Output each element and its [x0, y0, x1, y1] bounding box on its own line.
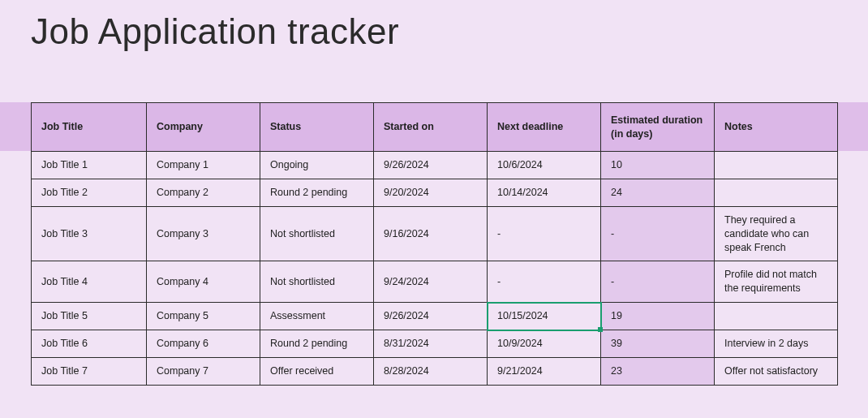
cell-company[interactable]: Company 4: [147, 261, 260, 303]
cell-title[interactable]: Job Title 5: [32, 303, 147, 330]
table-row: Job Title 7Company 7Offer received8/28/2…: [32, 357, 838, 385]
cell-started[interactable]: 9/20/2024: [374, 179, 488, 206]
cell-started[interactable]: 9/26/2024: [374, 152, 488, 179]
cell-next[interactable]: 9/21/2024: [488, 357, 601, 385]
cell-company[interactable]: Company 1: [147, 152, 260, 179]
cell-next[interactable]: -: [488, 261, 601, 303]
cell-next[interactable]: 10/15/2024: [488, 303, 601, 330]
table-body: Job Title 1Company 1Ongoing9/26/202410/6…: [32, 152, 838, 386]
table-row: Job Title 6Company 6Round 2 pending8/31/…: [32, 330, 838, 358]
cell-next[interactable]: 10/9/2024: [488, 330, 601, 358]
table-row: Job Title 4Company 4Not shortlisted9/24/…: [32, 261, 838, 303]
cell-company[interactable]: Company 2: [147, 179, 260, 206]
cell-status[interactable]: Round 2 pending: [260, 179, 374, 206]
table-row: Job Title 3Company 3Not shortlisted9/16/…: [32, 206, 838, 261]
table-row: Job Title 5Company 5Assessment9/26/20241…: [32, 303, 838, 330]
page-title: Job Application tracker: [31, 11, 399, 52]
cell-started[interactable]: 8/28/2024: [374, 357, 488, 385]
cell-title[interactable]: Job Title 4: [32, 261, 147, 303]
cell-company[interactable]: Company 3: [147, 206, 260, 261]
cell-company[interactable]: Company 5: [147, 303, 260, 330]
cell-duration[interactable]: 19: [601, 303, 715, 330]
cell-title[interactable]: Job Title 2: [32, 179, 147, 206]
cell-duration[interactable]: -: [601, 206, 715, 261]
col-header-notes[interactable]: Notes: [715, 103, 838, 152]
cell-duration[interactable]: -: [601, 261, 715, 303]
cell-duration[interactable]: 23: [601, 357, 715, 385]
applications-table: Job Title Company Status Started on Next…: [31, 102, 838, 386]
table-row: Job Title 2Company 2Round 2 pending9/20/…: [32, 179, 838, 206]
cell-notes[interactable]: [715, 303, 838, 330]
col-header-started[interactable]: Started on: [374, 103, 488, 152]
cell-notes[interactable]: [715, 179, 838, 206]
cell-status[interactable]: Round 2 pending: [260, 330, 374, 358]
cell-notes[interactable]: Interview in 2 days: [715, 330, 838, 358]
cell-notes[interactable]: Offer not satisfactory: [715, 357, 838, 385]
cell-next[interactable]: 10/14/2024: [488, 179, 601, 206]
cell-company[interactable]: Company 6: [147, 330, 260, 358]
cell-duration[interactable]: 39: [601, 330, 715, 358]
cell-title[interactable]: Job Title 7: [32, 357, 147, 385]
cell-status[interactable]: Ongoing: [260, 152, 374, 179]
cell-notes[interactable]: Profile did not match the requirements: [715, 261, 838, 303]
cell-started[interactable]: 8/31/2024: [374, 330, 488, 358]
col-header-title[interactable]: Job Title: [32, 103, 147, 152]
table-wrap: Job Title Company Status Started on Next…: [31, 102, 837, 386]
col-header-status[interactable]: Status: [260, 103, 374, 152]
cell-title[interactable]: Job Title 6: [32, 330, 147, 358]
cell-status[interactable]: Offer received: [260, 357, 374, 385]
cell-started[interactable]: 9/16/2024: [374, 206, 488, 261]
cell-started[interactable]: 9/24/2024: [374, 261, 488, 303]
cell-notes[interactable]: [715, 152, 838, 179]
cell-title[interactable]: Job Title 1: [32, 152, 147, 179]
cell-duration[interactable]: 10: [601, 152, 715, 179]
table-header-row: Job Title Company Status Started on Next…: [32, 103, 838, 152]
cell-next[interactable]: 10/6/2024: [488, 152, 601, 179]
col-header-company[interactable]: Company: [147, 103, 260, 152]
cell-company[interactable]: Company 7: [147, 357, 260, 385]
cell-title[interactable]: Job Title 3: [32, 206, 147, 261]
col-header-next[interactable]: Next deadline: [488, 103, 601, 152]
cell-status[interactable]: Not shortlisted: [260, 261, 374, 303]
cell-started[interactable]: 9/26/2024: [374, 303, 488, 330]
page: Job Application tracker Job Title Compan…: [0, 0, 868, 418]
table-row: Job Title 1Company 1Ongoing9/26/202410/6…: [32, 152, 838, 179]
col-header-duration[interactable]: Estimated duration (in days): [601, 103, 715, 152]
cell-status[interactable]: Assessment: [260, 303, 374, 330]
cell-notes[interactable]: They required a candidate who can speak …: [715, 206, 838, 261]
cell-duration[interactable]: 24: [601, 179, 715, 206]
cell-next[interactable]: -: [488, 206, 601, 261]
cell-status[interactable]: Not shortlisted: [260, 206, 374, 261]
